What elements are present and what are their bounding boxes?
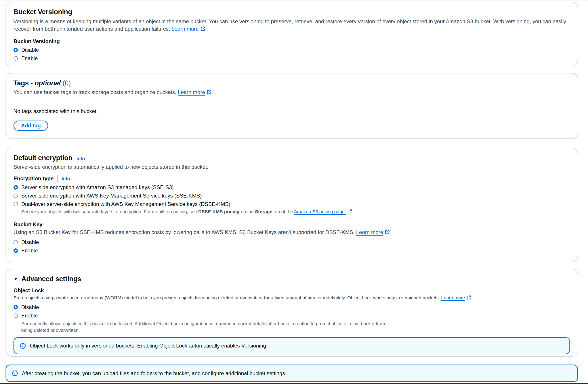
default-encryption-info-link[interactable]: Info bbox=[77, 156, 85, 161]
object-lock-radio-group: Disable Enable Permanently allows object… bbox=[14, 303, 570, 334]
page-top-divider bbox=[0, 0, 588, 0]
bucket-key-enable-option[interactable]: Enable bbox=[14, 247, 570, 255]
bucket-versioning-description: Versioning is a means of keeping multipl… bbox=[14, 18, 570, 33]
bucket-key-radio-group: Disable Enable bbox=[14, 238, 570, 255]
versioning-enable-option[interactable]: Enable bbox=[14, 54, 570, 63]
external-link-icon bbox=[466, 295, 471, 302]
dsse-kms-note: Secure your objects with two separate la… bbox=[21, 208, 570, 216]
object-lock-learn-more-link[interactable]: Learn more bbox=[441, 295, 471, 300]
radio-unselected-icon[interactable] bbox=[14, 194, 18, 198]
info-icon bbox=[20, 343, 26, 349]
alert-text: Object Lock works only in versioned buck… bbox=[30, 343, 268, 349]
footer-info-alert: After creating the bucket, you can uploa… bbox=[5, 364, 578, 382]
window-bottom-edge bbox=[0, 383, 588, 384]
add-tag-button[interactable]: Add tag bbox=[14, 121, 48, 131]
radio-unselected-icon[interactable] bbox=[14, 240, 18, 245]
versioning-disable-option[interactable]: Disable bbox=[14, 46, 570, 54]
radio-selected-icon[interactable] bbox=[14, 305, 18, 310]
versioning-learn-more-link[interactable]: Learn more bbox=[171, 26, 205, 32]
footer-alert-text: After creating the bucket, you can uploa… bbox=[22, 370, 287, 377]
s3-pricing-page-link[interactable]: Amazon S3 pricing page. bbox=[294, 209, 352, 214]
advanced-settings-toggle[interactable]: ▼ Advanced settings bbox=[14, 275, 570, 283]
sse-s3-option[interactable]: Server-side encryption with Amazon S3 ma… bbox=[14, 183, 570, 192]
radio-unselected-icon[interactable] bbox=[14, 56, 18, 61]
external-link-icon bbox=[385, 229, 390, 237]
encryption-type-info-link[interactable]: Info bbox=[62, 176, 70, 181]
sse-kms-option[interactable]: Server-side encryption with AWS Key Mana… bbox=[14, 192, 570, 200]
radio-unselected-icon[interactable] bbox=[14, 314, 18, 318]
encryption-type-header: Encryption type Info bbox=[14, 175, 570, 182]
bucket-versioning-field-label: Bucket Versioning bbox=[14, 38, 570, 45]
external-link-icon bbox=[200, 26, 205, 33]
bucket-key-label: Bucket Key bbox=[14, 221, 570, 228]
tags-count: (0) bbox=[63, 79, 71, 87]
bucket-key-learn-more-link[interactable]: Learn more bbox=[356, 229, 390, 235]
object-lock-enable-option[interactable]: Enable bbox=[14, 312, 570, 320]
dsse-kms-option[interactable]: Dual-layer server-side encryption with A… bbox=[14, 200, 570, 208]
external-link-icon bbox=[347, 209, 352, 216]
object-lock-label: Object Lock bbox=[14, 287, 570, 294]
tags-title-optional: optional bbox=[35, 79, 61, 87]
default-encryption-title: Default encryption bbox=[14, 154, 72, 162]
advanced-settings-section: ▼ Advanced settings Object Lock Store ob… bbox=[5, 269, 578, 357]
bucket-key-disable-option[interactable]: Disable bbox=[14, 238, 570, 247]
tags-description: You can use bucket tags to track storage… bbox=[14, 89, 570, 97]
bucket-versioning-radio-group: Disable Enable bbox=[14, 46, 570, 63]
caret-down-icon: ▼ bbox=[14, 276, 18, 282]
tags-section: Tags - optional (0) You can use bucket t… bbox=[5, 73, 578, 139]
encryption-type-radio-group: Server-side encryption with Amazon S3 ma… bbox=[14, 183, 570, 216]
external-link-icon bbox=[207, 89, 211, 97]
default-encryption-section: Default encryption Info Server-side encr… bbox=[5, 148, 578, 262]
bucket-versioning-title: Bucket Versioning bbox=[14, 8, 570, 16]
object-lock-enable-note: Permanently allows objects in this bucke… bbox=[21, 320, 388, 334]
radio-selected-icon[interactable] bbox=[14, 48, 18, 52]
vertical-divider bbox=[57, 175, 58, 182]
info-icon bbox=[12, 370, 18, 376]
encryption-type-label: Encryption type bbox=[14, 175, 54, 181]
tags-empty-message: No tags associated with this bucket. bbox=[14, 108, 570, 114]
object-lock-disable-option[interactable]: Disable bbox=[14, 303, 570, 312]
bucket-key-description: Using an S3 Bucket Key for SSE-KMS reduc… bbox=[14, 228, 570, 237]
bucket-versioning-section: Bucket Versioning Versioning is a means … bbox=[5, 2, 578, 66]
radio-selected-icon[interactable] bbox=[14, 185, 18, 190]
default-encryption-description: Server-side encryption is automatically … bbox=[14, 163, 570, 171]
radio-selected-icon[interactable] bbox=[14, 248, 18, 253]
radio-unselected-icon[interactable] bbox=[14, 202, 18, 206]
tags-title: Tags - optional (0) bbox=[14, 79, 570, 87]
advanced-settings-title: Advanced settings bbox=[21, 275, 81, 283]
object-lock-info-alert: Object Lock works only in versioned buck… bbox=[14, 337, 570, 354]
tags-learn-more-link[interactable]: Learn more bbox=[178, 89, 212, 95]
object-lock-description: Store objects using a write-once-read-ma… bbox=[14, 294, 570, 302]
